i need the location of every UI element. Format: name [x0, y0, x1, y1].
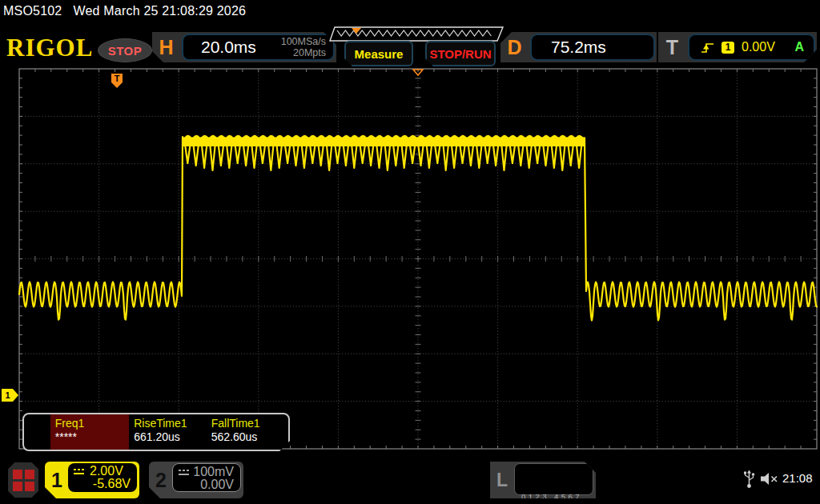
waveform-spikes — [185, 145, 581, 170]
clock: 21:08 — [782, 471, 813, 485]
measurement-freq1[interactable]: Freq1 ***** — [50, 414, 129, 450]
measurement-risetime1[interactable]: RiseTime1 661.20us — [129, 414, 207, 450]
svg-text:1: 1 — [5, 390, 10, 400]
channel-2-button[interactable]: 2 100mV 0.00V — [149, 462, 243, 498]
oscilloscope-screen: MSO5102Wed March 25 21:08:29 2026 RIGOL … — [0, 0, 820, 504]
usb-icon — [743, 470, 755, 489]
measurement-falltime1[interactable]: FallTime1 562.60us — [207, 414, 288, 450]
measurement-label: FallTime1 — [211, 417, 288, 430]
measurement-value: 661.20us — [134, 430, 207, 443]
svg-text:T: T — [115, 74, 120, 83]
measurement-spacer — [24, 414, 50, 450]
measurement-label: Freq1 — [55, 417, 129, 430]
measurement-value: 562.60us — [211, 430, 288, 443]
dc-coupling-icon — [179, 468, 189, 477]
menu-button[interactable] — [8, 462, 38, 498]
channel-1-offset: -5.68V — [74, 477, 131, 491]
measurement-panel[interactable]: Freq1 ***** RiseTime1 661.20us FallTime1… — [22, 413, 290, 451]
logic-label: L — [490, 462, 514, 498]
logic-channels-button[interactable]: L 0 1 2 3 4 5 6 7 8 9 10 11 12 13 14 15 — [490, 462, 596, 498]
channel-1-button[interactable]: 1 2.00V -5.68V — [45, 462, 139, 498]
logic-channel-list: 0 1 2 3 4 5 6 7 8 9 10 11 12 13 14 15 — [514, 463, 593, 495]
channel-2-offset: 0.00V — [179, 478, 234, 492]
dc-coupling-icon — [74, 467, 86, 476]
speaker-muted-icon[interactable] — [760, 472, 779, 486]
menu-grid-icon — [13, 470, 34, 490]
measurement-value: ***** — [55, 430, 129, 443]
measurement-label: RiseTime1 — [134, 417, 207, 430]
